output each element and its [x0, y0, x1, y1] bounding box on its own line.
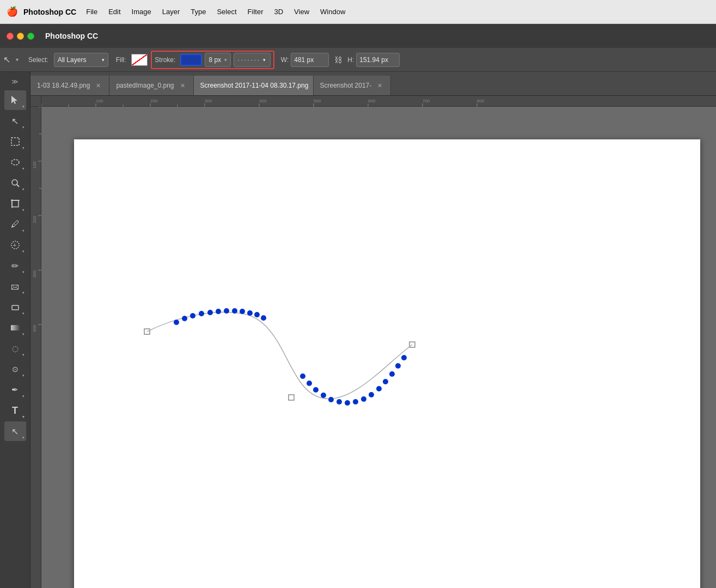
- svg-text:700: 700: [423, 99, 430, 103]
- tab-0-close[interactable]: ✕: [94, 82, 102, 90]
- document-canvas[interactable]: [74, 139, 700, 588]
- all-layers-dropdown[interactable]: All Layers ▾: [54, 53, 108, 67]
- stroke-swatch[interactable]: [180, 54, 202, 66]
- dot-5[interactable]: [207, 310, 213, 315]
- dot-1[interactable]: [174, 320, 179, 325]
- blur-tool[interactable]: ◌ ▾: [4, 339, 26, 358]
- marquee-tool[interactable]: ▾: [4, 132, 26, 151]
- dot-27[interactable]: [401, 355, 407, 360]
- dot-24[interactable]: [383, 379, 388, 384]
- dot-2[interactable]: [182, 316, 187, 321]
- svg-text:400: 400: [32, 324, 37, 332]
- dot-22[interactable]: [369, 392, 374, 397]
- tab-0[interactable]: 1-03 18.42.49.png ✕: [30, 76, 109, 95]
- h-input[interactable]: 151.94 px: [356, 53, 400, 67]
- tab-1[interactable]: pastedImage_0.png ✕: [109, 76, 193, 95]
- w-section: W: 481 px: [281, 53, 329, 67]
- dot-9[interactable]: [240, 309, 245, 314]
- ruler-horizontal: 100 200 300 400 500 600: [41, 96, 716, 107]
- tab-1-close[interactable]: ✕: [179, 82, 187, 90]
- stamp-tool[interactable]: 🖂 ▾: [4, 277, 26, 296]
- selection-arrow-sm: ▾: [22, 125, 25, 130]
- path-selection-tool[interactable]: ↖ ▾: [4, 421, 26, 441]
- maximize-button[interactable]: [27, 33, 34, 40]
- svg-text:200: 200: [150, 99, 158, 103]
- dot-3[interactable]: [190, 313, 195, 318]
- curve-svg: [74, 139, 700, 588]
- heal-tool[interactable]: + ▾: [4, 235, 26, 255]
- svg-text:100: 100: [96, 99, 103, 103]
- menu-filter[interactable]: Filter: [243, 5, 268, 18]
- ruler-corner: [30, 96, 41, 107]
- menu-3d[interactable]: 3D: [270, 5, 287, 18]
- gradient-tool[interactable]: ▾: [4, 318, 26, 338]
- dot-18[interactable]: [336, 399, 342, 405]
- menu-window[interactable]: Window: [316, 5, 350, 18]
- dot-19[interactable]: [345, 400, 350, 406]
- canvas-container[interactable]: 100 200 300 400 500 600: [30, 96, 716, 588]
- dot-8[interactable]: [232, 308, 237, 314]
- dodge-tool[interactable]: ⊙ ▾: [4, 359, 26, 379]
- pen-tool[interactable]: ✒ ▾: [4, 380, 26, 400]
- svg-rect-1: [11, 138, 19, 145]
- quick-select-tool[interactable]: ▾: [4, 173, 26, 193]
- eraser-tool[interactable]: ▾: [4, 297, 26, 317]
- dot-26[interactable]: [395, 363, 401, 369]
- dot-12[interactable]: [261, 315, 266, 321]
- toolbar-more-icon[interactable]: ≫: [10, 76, 21, 87]
- stroke-size-input[interactable]: 8 px ▾: [205, 53, 231, 67]
- type-arrow-sm: ▾: [22, 415, 25, 419]
- dot-13[interactable]: [300, 373, 305, 379]
- crop-tool[interactable]: ▾: [4, 194, 26, 213]
- brush-tool[interactable]: ✏ ▾: [4, 256, 26, 275]
- tab-2[interactable]: Screenshot 2017-11-04 08.30.17.png ✕: [194, 76, 314, 95]
- w-input[interactable]: 481 px: [291, 53, 329, 67]
- titlebar-appname: Photoshop CC: [45, 32, 98, 40]
- dot-7[interactable]: [224, 308, 229, 314]
- tab-3[interactable]: Screenshot 2017- ✕: [314, 76, 391, 95]
- minimize-button[interactable]: [17, 33, 24, 40]
- stroke-label: Stroke:: [155, 56, 175, 64]
- menu-view[interactable]: View: [290, 5, 314, 18]
- dot-10[interactable]: [247, 310, 253, 316]
- dot-14[interactable]: [307, 381, 312, 386]
- dot-21[interactable]: [361, 396, 366, 402]
- stroke-section: Stroke: 8 px ▾ ······· ▾: [151, 51, 274, 69]
- menu-image[interactable]: Image: [127, 5, 156, 18]
- selection-arrow-tool[interactable]: ↖ ▾: [4, 111, 26, 131]
- dot-16[interactable]: [321, 393, 326, 398]
- menu-file[interactable]: File: [82, 5, 102, 18]
- svg-rect-11: [11, 325, 20, 330]
- svg-text:100: 100: [32, 161, 37, 169]
- fill-swatch[interactable]: [131, 54, 148, 66]
- link-proportions-icon[interactable]: ⛓: [334, 56, 342, 64]
- w-label: W:: [281, 56, 289, 64]
- tab-3-close[interactable]: ✕: [376, 82, 384, 90]
- dot-20[interactable]: [353, 399, 358, 405]
- dot-6[interactable]: [216, 309, 221, 314]
- menu-edit[interactable]: Edit: [104, 5, 125, 18]
- dot-4[interactable]: [199, 311, 204, 316]
- dot-23[interactable]: [376, 386, 382, 391]
- close-button[interactable]: [7, 33, 14, 40]
- marquee-arrow-sm: ▾: [22, 146, 25, 150]
- stroke-style-dropdown[interactable]: ······· ▾: [234, 53, 270, 67]
- handle-ml[interactable]: [289, 395, 294, 400]
- menubar: 🍎 Photoshop CC File Edit Image Layer Typ…: [0, 0, 716, 24]
- lasso-tool[interactable]: ▾: [4, 152, 26, 172]
- svg-text:300: 300: [32, 270, 37, 278]
- type-tool[interactable]: T ▾: [4, 401, 26, 420]
- dot-11[interactable]: [254, 312, 260, 317]
- dot-25[interactable]: [389, 371, 395, 377]
- menu-type[interactable]: Type: [186, 5, 210, 18]
- select-label: Select:: [28, 56, 48, 64]
- dot-17[interactable]: [328, 397, 334, 402]
- canvas-work-area[interactable]: [41, 107, 716, 588]
- menu-select[interactable]: Select: [212, 5, 241, 18]
- menu-layer[interactable]: Layer: [158, 5, 185, 18]
- select-arrow-chevron: ▾: [16, 57, 19, 63]
- move-tool[interactable]: ▾: [4, 90, 26, 110]
- eyedropper-tool[interactable]: 🖊 ▾: [4, 215, 26, 234]
- dot-15[interactable]: [313, 387, 319, 393]
- svg-rect-5: [12, 200, 19, 207]
